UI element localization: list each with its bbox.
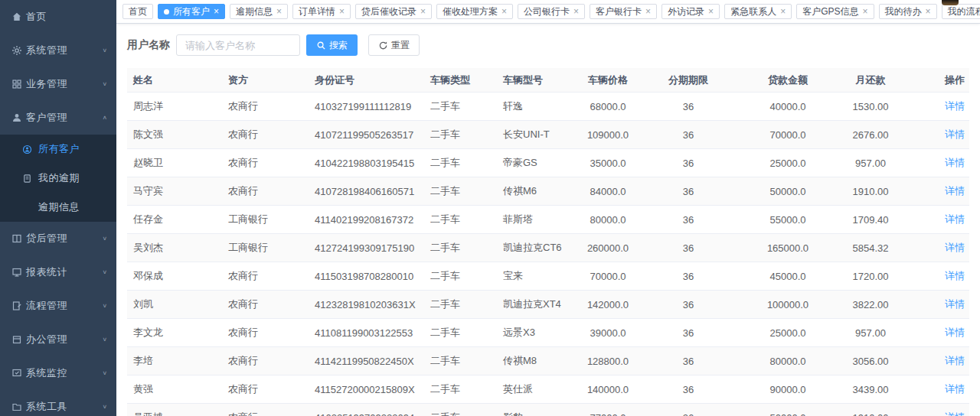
cell: 二手车	[424, 291, 497, 319]
user-icon	[11, 112, 22, 124]
doc-icon	[22, 174, 32, 184]
detail-link[interactable]: 详情	[945, 100, 965, 112]
column-header: 贷款金额	[727, 68, 849, 93]
column-header: 车辆类型	[424, 68, 497, 93]
sidebar-subitem-my-overdue[interactable]: 我的逾期	[0, 164, 116, 193]
column-header: 车辆价格	[566, 68, 650, 93]
tab-company-bank-card[interactable]: 公司银行卡×	[518, 4, 585, 19]
table-row: 李培农商行41142119950822450X二手车传祺M8128800.036…	[127, 347, 969, 375]
cell: 3056.00	[849, 347, 892, 375]
close-icon[interactable]: ×	[926, 7, 931, 16]
cell: 70000.0	[566, 262, 650, 291]
sidebar-item-label: 报表统计	[26, 265, 67, 279]
cell: 25000.0	[727, 319, 849, 347]
tab-my-flows[interactable]: 我的流程×	[942, 4, 980, 19]
close-icon[interactable]: ×	[708, 7, 714, 16]
table-row: 周志洋农商行410327199111112819二手车轩逸68000.03640…	[127, 93, 969, 121]
tab-field-visit-records[interactable]: 外访记录×	[662, 4, 720, 19]
sidebar-item-system-management[interactable]: 系统管理∨	[0, 34, 116, 67]
office-icon	[11, 334, 22, 346]
cell: 36	[650, 206, 727, 234]
tab-label: 贷后催收记录	[361, 7, 416, 16]
tab-all-customers[interactable]: 所有客户×	[158, 4, 225, 19]
sidebar-subitem-overdue-info[interactable]: 逾期信息	[0, 193, 116, 222]
cell: 邓保成	[127, 262, 222, 291]
cell: 二手车	[424, 375, 497, 404]
cell: 90000.0	[727, 375, 849, 404]
close-icon[interactable]: ×	[862, 7, 867, 16]
detail-link[interactable]: 详情	[945, 242, 965, 253]
sidebar-item-label: 业务管理	[26, 77, 67, 91]
cell: 二手车	[424, 404, 497, 416]
sidebar-item-system-tools[interactable]: 系统工具∨	[0, 390, 116, 416]
detail-link[interactable]: 详情	[945, 355, 965, 366]
search-icon	[316, 41, 326, 50]
tab-post-loan-collection-records[interactable]: 贷后催收记录×	[355, 4, 432, 19]
detail-link[interactable]: 详情	[945, 383, 965, 395]
detail-link[interactable]: 详情	[945, 157, 965, 168]
cell-actions: 详情	[892, 291, 969, 319]
cell: 赵晓卫	[127, 149, 222, 177]
close-icon[interactable]: ×	[420, 7, 426, 16]
search-form: 用户名称 搜索 重置	[127, 34, 969, 56]
close-icon[interactable]: ×	[339, 7, 345, 16]
avatar[interactable]	[942, 0, 959, 5]
chevron-down-icon: ∨	[102, 370, 107, 376]
detail-link[interactable]: 详情	[945, 411, 965, 416]
cell: 1910.00	[849, 404, 892, 416]
chevron-down-icon: ∨	[102, 236, 107, 242]
close-icon[interactable]: ×	[276, 7, 282, 16]
cell: 二手车	[424, 234, 497, 262]
cell: 36	[650, 93, 727, 121]
close-icon[interactable]: ×	[645, 7, 651, 16]
sidebar-item-post-loan-management[interactable]: 贷后管理∨	[0, 222, 116, 255]
search-button[interactable]: 搜索	[306, 34, 358, 56]
cell: 马守宾	[127, 177, 222, 206]
detail-link[interactable]: 详情	[945, 270, 965, 281]
cell: 2676.00	[849, 121, 892, 149]
tab-order-details[interactable]: 订单详情×	[292, 4, 351, 19]
tab-label: 客户银行卡	[596, 7, 642, 16]
tab-collection-handling-plan[interactable]: 催收处理方案×	[436, 4, 513, 19]
sidebar-item-system-monitoring[interactable]: 系统监控∨	[0, 356, 116, 390]
sidebar-subitem-all-customers[interactable]: 所有客户	[0, 135, 116, 164]
detail-link[interactable]: 详情	[945, 327, 965, 338]
close-icon[interactable]: ×	[573, 7, 579, 16]
cell: 1720.00	[849, 262, 892, 291]
sidebar-item-report-statistics[interactable]: 报表统计∨	[0, 255, 116, 289]
table-row: 陈文强农商行410721199505263517二手车长安UNI-T109000…	[127, 121, 969, 149]
sidebar-item-home[interactable]: 首页	[0, 0, 116, 34]
sidebar-item-office-management[interactable]: 办公管理∨	[0, 323, 116, 356]
sidebar-item-business-management[interactable]: 业务管理∨	[0, 67, 116, 101]
close-icon[interactable]: ×	[501, 7, 507, 16]
sidebar-item-process-management[interactable]: 流程管理∨	[0, 289, 116, 323]
tab-my-todo[interactable]: 我的待办×	[879, 4, 937, 19]
detail-link[interactable]: 详情	[945, 213, 965, 225]
table-row: 吴刘杰工商银行412724199309175190二手车凯迪拉克CT626000…	[127, 234, 969, 262]
cell: 50000.0	[727, 177, 849, 206]
cell: 80000.0	[566, 206, 650, 234]
tab-emergency-contacts[interactable]: 紧急联系人×	[724, 4, 792, 19]
detail-link[interactable]: 详情	[945, 298, 965, 310]
cell: 410721199505263517	[309, 121, 424, 149]
cell: 吴亚博	[127, 404, 222, 416]
close-icon[interactable]: ×	[780, 7, 786, 16]
sidebar-item-customer-management[interactable]: 客户管理∧	[0, 101, 116, 135]
tab-home[interactable]: 首页	[122, 4, 153, 19]
search-input[interactable]	[176, 34, 300, 56]
tab-customer-bank-card[interactable]: 客户银行卡×	[590, 4, 657, 19]
sidebar-item-label: 流程管理	[26, 299, 67, 313]
submenu-customer-management: 所有客户我的逾期逾期信息	[0, 135, 116, 222]
search-label: 用户名称	[127, 38, 170, 52]
cell: 3822.00	[849, 291, 892, 319]
cell: 工商银行	[222, 206, 309, 234]
tab-customer-gps-info[interactable]: 客户GPS信息×	[796, 4, 874, 19]
detail-link[interactable]: 详情	[945, 128, 965, 140]
cell: 帝豪GS	[497, 149, 566, 177]
close-icon[interactable]: ×	[214, 7, 219, 16]
detail-link[interactable]: 详情	[945, 185, 965, 197]
sidebar-item-label: 系统工具	[26, 400, 67, 414]
reset-button[interactable]: 重置	[368, 34, 420, 56]
cell: 农商行	[222, 404, 309, 416]
tab-overdue-info[interactable]: 逾期信息×	[230, 4, 288, 19]
